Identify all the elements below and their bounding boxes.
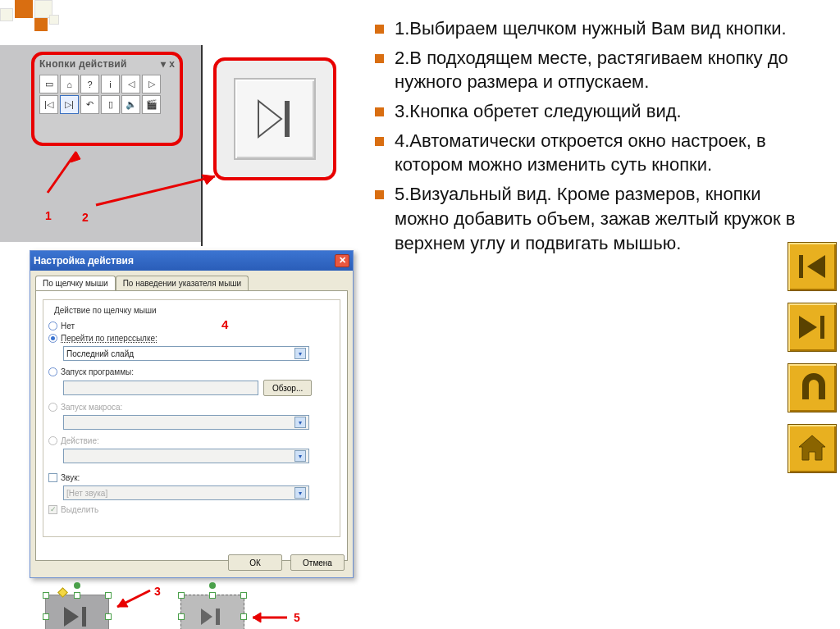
- hyperlink-combo[interactable]: Последний слайд ▾: [63, 346, 309, 361]
- tb-btn-prev[interactable]: ◁: [121, 75, 140, 93]
- list-item: 5.Визуальный вид. Кроме размеров, кнопки…: [373, 182, 816, 255]
- next-last-icon: [796, 311, 829, 344]
- svg-rect-17: [820, 316, 824, 339]
- svg-line-4: [96, 176, 215, 205]
- list-item: 4.Автоматически откроется окно настроек,…: [373, 129, 816, 177]
- toolbar-close-icon[interactable]: x: [169, 58, 175, 70]
- radio-none[interactable]: [48, 321, 57, 330]
- svg-marker-0: [258, 101, 281, 137]
- svg-marker-18: [799, 435, 825, 460]
- dialog-panel: Действие по щелчку мыши Нет Перейти по г…: [35, 290, 348, 561]
- chevron-down-icon: ▾: [294, 450, 306, 462]
- action-buttons-toolbar: Кнопки действий ▾ x ▭ ⌂ ? i ◁ ▷ |◁ ▷| ↶ …: [31, 52, 183, 146]
- radio-runprog[interactable]: [48, 367, 57, 376]
- opt-hyperlink-row[interactable]: Перейти по гиперссылке:: [48, 334, 335, 343]
- button-preview: [234, 78, 316, 160]
- group-title: Действие по щелчку мыши: [52, 306, 159, 315]
- next-last-icon: [196, 604, 229, 629]
- next-last-icon: [250, 94, 299, 144]
- label-4: 4: [221, 317, 228, 331]
- dialog-title: Настройка действия: [34, 255, 134, 267]
- opt-macro-row: Запуск макроса:: [48, 403, 335, 412]
- toolbar-buttons-grid: ▭ ⌂ ? i ◁ ▷ |◁ ▷| ↶ ▯ 🔈 🎬: [34, 73, 180, 116]
- svg-rect-11: [216, 608, 220, 625]
- label-5: 5: [294, 611, 300, 624]
- tab-on-hover[interactable]: По наведении указателя мыши: [116, 276, 249, 290]
- opt-hyperlink-label: Перейти по гиперссылке:: [61, 334, 158, 343]
- u-turn-icon: [796, 371, 829, 404]
- svg-marker-16: [799, 316, 817, 339]
- tb-btn-sound[interactable]: 🔈: [121, 95, 140, 114]
- arrow-3: [113, 589, 154, 613]
- tb-btn-help[interactable]: ?: [80, 75, 99, 93]
- tab-on-click[interactable]: По щелчку мыши: [35, 276, 116, 290]
- ok-button[interactable]: ОК: [228, 554, 282, 571]
- sound-label: Звук:: [61, 473, 80, 482]
- label-1: 1: [45, 209, 52, 222]
- arrow-2: [92, 168, 223, 217]
- tb-btn-info[interactable]: i: [101, 75, 120, 93]
- chevron-down-icon: ▾: [294, 487, 306, 499]
- label-3: 3: [154, 585, 161, 598]
- nav-home-button[interactable]: [788, 424, 837, 473]
- opt-runprog-row[interactable]: Запуск программы:: [48, 367, 335, 376]
- macro-combo: ▾: [63, 415, 309, 430]
- opt-macro-label: Запуск макроса:: [61, 403, 122, 412]
- list-item: 1.Выбираем щелчком нужный Вам вид кнопки…: [373, 16, 816, 41]
- home-icon: [796, 432, 829, 465]
- svg-rect-1: [285, 101, 290, 137]
- button-preview-frame: [213, 57, 336, 180]
- tb-btn-return[interactable]: ↶: [80, 95, 99, 114]
- opt-action-label: Действие:: [61, 436, 99, 445]
- tb-btn-home[interactable]: ⌂: [60, 75, 79, 93]
- toolbar-title-text: Кнопки действий: [39, 58, 127, 70]
- toolbar-menu-icon[interactable]: ▾: [161, 58, 166, 70]
- chevron-down-icon[interactable]: ▾: [294, 348, 306, 359]
- hyperlink-value: Последний слайд: [66, 349, 134, 358]
- sound-value: [Нет звука]: [66, 489, 107, 498]
- nav-prev-button[interactable]: [788, 242, 837, 291]
- highlight-row: ✓ Выделить: [48, 505, 335, 514]
- shape-preview-5[interactable]: [180, 595, 244, 629]
- svg-rect-7: [82, 607, 86, 627]
- dialog-titlebar[interactable]: Настройка действия ✕: [30, 251, 353, 271]
- click-action-group: Действие по щелчку мыши Нет Перейти по г…: [43, 299, 340, 537]
- action-settings-dialog: Настройка действия ✕ По щелчку мыши По н…: [30, 250, 354, 578]
- tb-btn-movie[interactable]: 🎬: [142, 95, 161, 114]
- radio-macro: [48, 403, 57, 412]
- opt-runprog-label: Запуск программы:: [61, 367, 134, 376]
- radio-action: [48, 436, 57, 445]
- arrow-1: [39, 148, 89, 213]
- runprog-path: [63, 381, 258, 395]
- nav-return-button[interactable]: [788, 363, 837, 412]
- tb-btn-doc[interactable]: ▯: [101, 95, 120, 114]
- instructions-list: 1.Выбираем щелчком нужный Вам вид кнопки…: [373, 16, 816, 558]
- svg-marker-15: [807, 255, 825, 278]
- highlight-label: Выделить: [61, 505, 98, 514]
- browse-button[interactable]: Обзор...: [263, 380, 312, 396]
- opt-none-row[interactable]: Нет: [48, 321, 335, 330]
- opt-action-row: Действие:: [48, 436, 335, 445]
- checkbox-sound[interactable]: [48, 473, 57, 482]
- nav-next-button[interactable]: [788, 303, 837, 352]
- svg-marker-6: [64, 607, 79, 627]
- tb-btn-next[interactable]: ▷: [142, 75, 161, 93]
- shape-preview-3[interactable]: [45, 595, 109, 629]
- tb-btn-first[interactable]: |◁: [39, 95, 58, 114]
- svg-marker-10: [201, 608, 212, 625]
- list-item: 2.В подходящем месте, растягиваем кнопку…: [373, 46, 816, 94]
- radio-hyperlink[interactable]: [48, 334, 57, 343]
- nav-buttons-column: [788, 242, 837, 473]
- prev-first-icon: [796, 250, 829, 283]
- tb-btn-last[interactable]: ▷|: [60, 95, 79, 114]
- tb-btn-blank[interactable]: ▭: [39, 75, 58, 93]
- opt-none-label: Нет: [61, 321, 75, 330]
- dialog-close-button[interactable]: ✕: [335, 254, 349, 267]
- chevron-down-icon: ▾: [294, 417, 306, 428]
- cancel-button[interactable]: Отмена: [290, 554, 345, 571]
- toolbar-titlebar[interactable]: Кнопки действий ▾ x: [34, 55, 180, 73]
- sound-row[interactable]: Звук:: [48, 473, 335, 482]
- list-item: 3.Кнопка обретет следующий вид.: [373, 99, 816, 124]
- action-combo: ▾: [63, 449, 309, 463]
- svg-rect-14: [799, 255, 803, 278]
